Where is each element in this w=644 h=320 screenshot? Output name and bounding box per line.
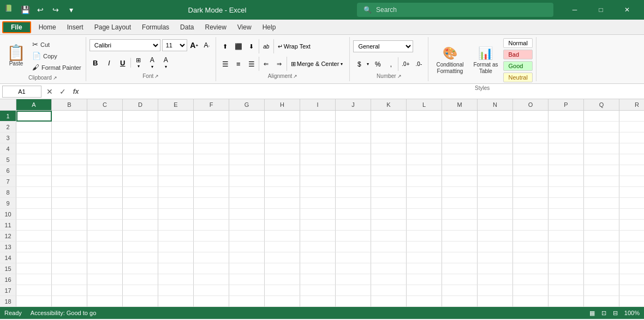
table-row[interactable] (619, 154, 644, 165)
table-row[interactable] (87, 111, 123, 122)
quick-save-button[interactable]: 💾 (19, 3, 32, 16)
cut-button[interactable]: ✂ Cut (30, 39, 84, 50)
table-row[interactable] (513, 209, 548, 220)
table-row[interactable] (229, 198, 265, 209)
table-row[interactable] (158, 296, 194, 307)
table-row[interactable] (371, 176, 407, 187)
table-row[interactable] (442, 231, 478, 241)
table-row[interactable] (16, 209, 52, 220)
table-row[interactable] (87, 231, 123, 241)
table-row[interactable] (407, 111, 442, 122)
table-row[interactable] (407, 209, 442, 220)
table-row[interactable] (123, 165, 158, 176)
number-format-select[interactable]: General (353, 40, 413, 52)
table-row[interactable] (229, 274, 265, 285)
table-row[interactable] (407, 220, 442, 231)
col-header-l[interactable]: L (407, 99, 442, 110)
copy-button[interactable]: 📄 Copy (30, 51, 84, 61)
table-row[interactable] (265, 252, 300, 263)
table-row[interactable] (16, 296, 52, 307)
table-row[interactable] (548, 296, 584, 307)
table-row[interactable] (407, 274, 442, 285)
row-number[interactable]: 9 (0, 198, 16, 209)
table-row[interactable] (229, 165, 265, 176)
table-row[interactable] (300, 296, 336, 307)
col-header-i[interactable]: I (300, 99, 336, 110)
table-row[interactable] (16, 176, 52, 187)
view-menu-item[interactable]: View (232, 21, 257, 33)
table-row[interactable] (87, 274, 123, 285)
table-row[interactable] (123, 143, 158, 154)
table-row[interactable] (442, 198, 478, 209)
table-row[interactable] (194, 165, 229, 176)
table-row[interactable] (442, 154, 478, 165)
table-row[interactable] (52, 198, 87, 209)
table-row[interactable] (371, 209, 407, 220)
row-number[interactable]: 16 (0, 274, 16, 285)
table-row[interactable] (158, 132, 194, 143)
table-row[interactable] (478, 296, 513, 307)
table-row[interactable] (548, 241, 584, 252)
table-row[interactable] (300, 165, 336, 176)
row-number[interactable]: 4 (0, 143, 16, 154)
table-row[interactable] (407, 143, 442, 154)
table-row[interactable] (442, 143, 478, 154)
table-row[interactable] (52, 132, 87, 143)
row-number[interactable]: 6 (0, 165, 16, 176)
table-row[interactable] (371, 111, 407, 122)
table-row[interactable] (265, 241, 300, 252)
table-row[interactable] (619, 111, 644, 122)
table-row[interactable] (336, 252, 371, 263)
table-row[interactable] (16, 252, 52, 263)
table-row[interactable] (123, 132, 158, 143)
table-row[interactable] (371, 187, 407, 198)
insert-menu-item[interactable]: Insert (62, 21, 89, 33)
table-row[interactable] (584, 274, 619, 285)
row-number[interactable]: 8 (0, 187, 16, 198)
borders-button[interactable]: ⊞ ▾ (133, 57, 145, 69)
table-row[interactable] (584, 111, 619, 122)
table-row[interactable] (123, 274, 158, 285)
table-row[interactable] (123, 241, 158, 252)
table-row[interactable] (478, 187, 513, 198)
view-normal-button[interactable]: ▦ (589, 310, 595, 317)
table-row[interactable] (16, 241, 52, 252)
table-row[interactable] (336, 220, 371, 231)
font-expand-icon[interactable]: ↗ (154, 74, 159, 79)
table-row[interactable] (158, 231, 194, 241)
table-row[interactable] (371, 122, 407, 132)
table-row[interactable] (52, 143, 87, 154)
table-row[interactable] (478, 122, 513, 132)
normal-style-button[interactable]: Normal (503, 38, 532, 48)
table-row[interactable] (619, 209, 644, 220)
table-row[interactable] (16, 285, 52, 296)
table-row[interactable] (158, 252, 194, 263)
table-row[interactable] (619, 198, 644, 209)
table-row[interactable] (229, 220, 265, 231)
table-row[interactable] (194, 132, 229, 143)
table-row[interactable] (336, 176, 371, 187)
table-row[interactable] (548, 132, 584, 143)
increase-indent-button[interactable]: ⇒ (273, 58, 285, 70)
table-row[interactable] (584, 176, 619, 187)
table-row[interactable] (158, 263, 194, 274)
review-menu-item[interactable]: Review (199, 21, 231, 33)
table-row[interactable] (584, 187, 619, 198)
table-row[interactable] (194, 111, 229, 122)
table-row[interactable] (548, 154, 584, 165)
table-row[interactable] (87, 220, 123, 231)
table-row[interactable] (300, 209, 336, 220)
table-row[interactable] (123, 111, 158, 122)
good-style-button[interactable]: Good (503, 61, 532, 71)
table-row[interactable] (619, 296, 644, 307)
col-header-k[interactable]: K (371, 99, 407, 110)
table-row[interactable] (513, 154, 548, 165)
table-row[interactable] (16, 132, 52, 143)
table-row[interactable] (371, 143, 407, 154)
row-number[interactable]: 1 (0, 111, 16, 122)
table-row[interactable] (52, 122, 87, 132)
row-number[interactable]: 12 (0, 231, 16, 241)
table-row[interactable] (407, 263, 442, 274)
table-row[interactable] (513, 220, 548, 231)
table-row[interactable] (158, 274, 194, 285)
